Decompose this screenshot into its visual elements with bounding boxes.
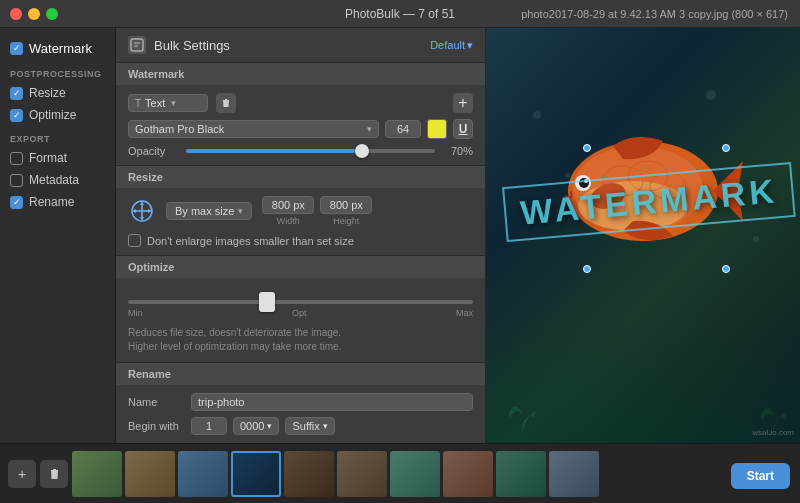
watermark-type-row: T Text ▾ + [128,93,473,113]
wm-handle-tr[interactable] [722,144,730,152]
sidebar-item-metadata[interactable]: Metadata [0,169,115,191]
start-button[interactable]: Start [731,463,790,489]
dont-enlarge-checkbox[interactable] [128,234,141,247]
rename-checkbox[interactable]: ✓ [10,196,23,209]
opacity-row: Opacity 70% [128,145,473,157]
panel-default-button[interactable]: Default ▾ [430,39,473,52]
rename-section-header: Rename [116,363,485,385]
filmstrip-thumb-2[interactable] [125,451,175,497]
resize-row: By max size ▾ 800 px Width [128,196,473,226]
preview-area: WATERMARK wsaUo.com [486,28,800,443]
font-select[interactable]: Gotham Pro Black ▾ [128,120,379,138]
dont-enlarge-row: Don't enlarge images smaller than set si… [128,234,473,247]
sidebar: ✓ Watermark POSTPROCESSING ✓ Resize ✓ Op… [0,28,116,443]
preview-image: WATERMARK wsaUo.com [486,28,800,443]
filmstrip-thumb-6[interactable] [337,451,387,497]
filmstrip-thumb-4[interactable] [231,451,281,497]
sidebar-item-watermark[interactable]: ✓ Watermark [0,36,115,61]
watermark-section-body: T Text ▾ + [116,85,485,165]
optimize-min-label: Min [128,308,143,318]
panel-icon [128,36,146,54]
minimize-button[interactable] [28,8,40,20]
panel-title: Bulk Settings [154,38,230,53]
resize-section-body: By max size ▾ 800 px Width [116,188,485,255]
rename-section-body: Name trip-photo Begin with 1 0000 [116,385,485,443]
underline-button[interactable]: U [453,119,473,139]
optimize-opt-label: Opt [292,308,307,318]
begin-format-select[interactable]: 0000 ▾ [233,417,279,435]
close-button[interactable] [10,8,22,20]
filmstrip-thumb-3[interactable] [178,451,228,497]
rename-begin-label: Begin with [128,420,183,432]
add-photo-button[interactable]: + [8,460,36,488]
opacity-value: 70% [443,145,473,157]
metadata-checkbox[interactable] [10,174,23,187]
opacity-label: Opacity [128,145,178,157]
sidebar-metadata-label: Metadata [29,173,79,187]
font-size-input[interactable]: 64 [385,120,421,138]
filmstrip-items [72,451,792,497]
sidebar-item-optimize[interactable]: ✓ Optimize [0,104,115,126]
optimize-thumb [259,292,275,312]
dont-enlarge-label: Don't enlarge images smaller than set si… [147,235,354,247]
optimize-checkbox[interactable]: ✓ [10,109,23,122]
app-title: PhotoBulk — 7 of 51 [345,7,455,21]
begin-with-inputs: 1 0000 ▾ Suffix ▾ [191,417,335,435]
optimize-section: Optimize Min Opt Max Reduces file size, … [116,256,485,363]
px-inputs: 800 px Width 800 px Height [262,196,372,226]
filmstrip-thumb-1[interactable] [72,451,122,497]
width-input-group: 800 px Width [262,196,314,226]
sidebar-item-resize[interactable]: ✓ Resize [0,82,115,104]
sidebar-format-label: Format [29,151,67,165]
postprocessing-label: POSTPROCESSING [0,61,115,82]
filmstrip-thumb-9[interactable] [496,451,546,497]
suffix-select[interactable]: Suffix ▾ [285,417,334,435]
filmstrip: + Start [0,443,800,503]
sidebar-resize-label: Resize [29,86,66,100]
font-row: Gotham Pro Black ▾ 64 U [128,119,473,139]
watermark-add-button[interactable]: + [453,93,473,113]
resize-checkbox[interactable]: ✓ [10,87,23,100]
optimize-track[interactable] [128,300,473,304]
filmstrip-thumb-8[interactable] [443,451,493,497]
export-label: EXPORT [0,126,115,147]
sidebar-item-rename[interactable]: ✓ Rename [0,191,115,213]
rename-name-row: Name trip-photo [128,393,473,411]
panel-header: Bulk Settings Default ▾ [116,28,485,63]
watermark-type-select[interactable]: T Text ▾ [128,94,208,112]
watermark-delete-button[interactable] [216,93,236,113]
resize-section: Resize [116,166,485,256]
sidebar-item-format[interactable]: Format [0,147,115,169]
maximize-button[interactable] [46,8,58,20]
filmstrip-thumb-7[interactable] [390,451,440,497]
rename-section: Rename Name trip-photo Begin with 1 [116,363,485,443]
format-checkbox[interactable] [10,152,23,165]
opacity-slider[interactable] [186,149,435,153]
sidebar-watermark-label: Watermark [29,41,92,56]
height-input[interactable]: 800 px [320,196,372,214]
rename-name-label: Name [128,396,183,408]
settings-panel: Bulk Settings Default ▾ Watermark T Text [116,28,486,443]
filmstrip-thumb-10[interactable] [549,451,599,497]
wm-handle-bl[interactable] [583,265,591,273]
main-layout: ✓ Watermark POSTPROCESSING ✓ Resize ✓ Op… [0,28,800,443]
photo-info: photo2017-08-29 at 9.42.13 AM 3 copy.jpg… [521,8,788,20]
optimize-slider-container: Min Opt Max [116,278,485,322]
width-input[interactable]: 800 px [262,196,314,214]
rename-begin-row: Begin with 1 0000 ▾ Suffix ▾ [128,417,473,435]
rename-name-input[interactable]: trip-photo [191,393,473,411]
resize-section-header: Resize [116,166,485,188]
delete-photo-button[interactable] [40,460,68,488]
by-max-size-select[interactable]: By max size ▾ [166,202,252,220]
watermark-section-header: Watermark [116,63,485,85]
begin-num-input[interactable]: 1 [191,417,227,435]
titlebar: PhotoBulk — 7 of 51 photo2017-08-29 at 9… [0,0,800,28]
color-swatch[interactable] [427,119,447,139]
optimize-max-label: Max [456,308,473,318]
window-controls [10,8,58,20]
wm-handle-br[interactable] [722,265,730,273]
watermark-checkbox[interactable]: ✓ [10,42,23,55]
width-label: Width [277,216,300,226]
resize-icon [128,197,156,225]
filmstrip-thumb-5[interactable] [284,451,334,497]
